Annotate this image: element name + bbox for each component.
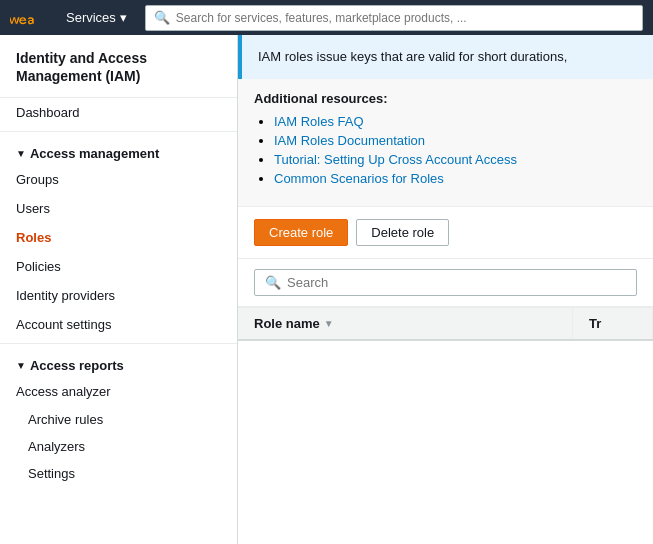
sidebar-divider-1 — [0, 131, 237, 132]
access-reports-label: Access reports — [30, 358, 124, 373]
sidebar-item-settings[interactable]: Settings — [0, 460, 237, 487]
list-item: Tutorial: Setting Up Cross Account Acces… — [274, 152, 637, 167]
delete-role-button[interactable]: Delete role — [356, 219, 449, 246]
search-row: 🔍 — [238, 259, 653, 307]
sidebar-divider-2 — [0, 343, 237, 344]
iam-roles-docs-link[interactable]: IAM Roles Documentation — [274, 133, 425, 148]
search-field[interactable]: 🔍 — [254, 269, 637, 296]
tutorial-cross-account-link[interactable]: Tutorial: Setting Up Cross Account Acces… — [274, 152, 517, 167]
additional-resources-list: IAM Roles FAQ IAM Roles Documentation Tu… — [254, 114, 637, 186]
main-container: Identity and Access Management (IAM) Das… — [0, 35, 653, 544]
sidebar: Identity and Access Management (IAM) Das… — [0, 35, 238, 544]
sidebar-item-groups[interactable]: Groups — [0, 165, 237, 194]
table-section: 🔍 Role name ▼ Tr — [238, 259, 653, 341]
list-item: IAM Roles FAQ — [274, 114, 637, 129]
table-search-input[interactable] — [287, 275, 626, 290]
sidebar-item-account-settings[interactable]: Account settings — [0, 310, 237, 339]
action-bar: Create role Delete role — [238, 207, 653, 259]
global-search-input[interactable] — [176, 11, 634, 25]
sidebar-section-access-reports[interactable]: ▼ Access reports — [0, 348, 237, 377]
table-header: Role name ▼ Tr — [238, 307, 653, 341]
sidebar-item-access-analyzer[interactable]: Access analyzer — [0, 377, 237, 406]
services-chevron-icon: ▾ — [120, 10, 127, 25]
common-scenarios-link[interactable]: Common Scenarios for Roles — [274, 171, 444, 186]
search-field-icon: 🔍 — [265, 275, 281, 290]
services-button[interactable]: Services ▾ — [58, 6, 135, 29]
info-banner: IAM roles issue keys that are valid for … — [238, 35, 653, 79]
additional-resources-section: Additional resources: IAM Roles FAQ IAM … — [238, 79, 653, 207]
sidebar-item-roles[interactable]: Roles — [0, 223, 237, 252]
trusted-label: Tr — [589, 316, 601, 331]
collapse-arrow-access-reports: ▼ — [16, 360, 26, 371]
services-label: Services — [66, 10, 116, 25]
sidebar-item-analyzers[interactable]: Analyzers — [0, 433, 237, 460]
iam-roles-faq-link[interactable]: IAM Roles FAQ — [274, 114, 364, 129]
sort-icon: ▼ — [324, 318, 334, 329]
sidebar-item-identity-providers[interactable]: Identity providers — [0, 281, 237, 310]
role-name-label: Role name — [254, 316, 320, 331]
sidebar-item-policies[interactable]: Policies — [0, 252, 237, 281]
sidebar-item-archive-rules[interactable]: Archive rules — [0, 406, 237, 433]
list-item: Common Scenarios for Roles — [274, 171, 637, 186]
sidebar-section-access-management[interactable]: ▼ Access management — [0, 136, 237, 165]
access-management-label: Access management — [30, 146, 159, 161]
table-column-trusted: Tr — [573, 308, 653, 339]
sidebar-title: Identity and Access Management (IAM) — [0, 35, 237, 98]
top-navigation: Services ▾ 🔍 — [0, 0, 653, 35]
sidebar-item-users[interactable]: Users — [0, 194, 237, 223]
table-column-role-name[interactable]: Role name ▼ — [238, 308, 573, 339]
content-area: IAM roles issue keys that are valid for … — [238, 35, 653, 544]
search-icon: 🔍 — [154, 10, 170, 25]
additional-resources-heading: Additional resources: — [254, 91, 637, 106]
aws-logo[interactable] — [10, 6, 48, 30]
sidebar-wrapper: Identity and Access Management (IAM) Das… — [0, 35, 238, 544]
sidebar-item-dashboard[interactable]: Dashboard — [0, 98, 237, 127]
create-role-button[interactable]: Create role — [254, 219, 348, 246]
collapse-arrow-access-management: ▼ — [16, 148, 26, 159]
info-banner-text: IAM roles issue keys that are valid for … — [258, 49, 567, 64]
list-item: IAM Roles Documentation — [274, 133, 637, 148]
global-search-bar[interactable]: 🔍 — [145, 5, 643, 31]
